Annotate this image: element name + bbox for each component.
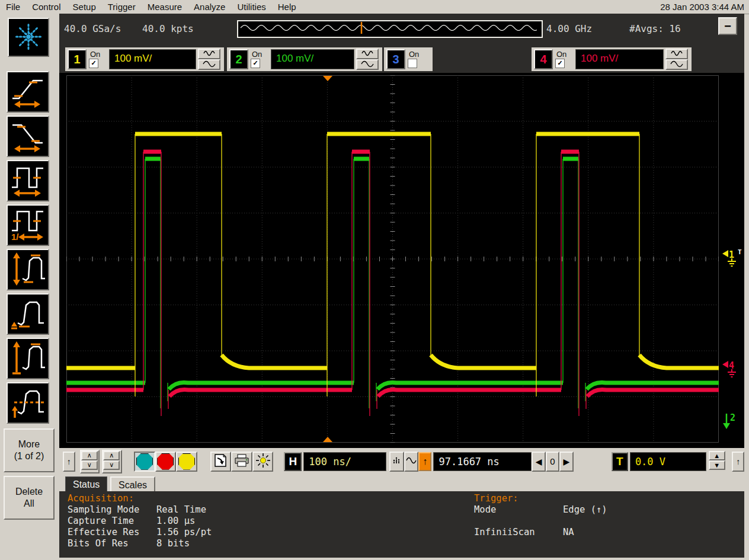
display-intensity-button[interactable]: [252, 452, 274, 472]
menu-utilities[interactable]: Utilities: [231, 1, 271, 13]
acquisition-preview-bar[interactable]: [237, 20, 543, 38]
pulse-width-icon: [9, 191, 46, 200]
channel-1-button[interactable]: 1: [68, 49, 87, 69]
main-area: 40.0 GSa/s 40.0 kpts 4.00 GHz #Avgs: 16 …: [59, 14, 744, 560]
interpolation-button[interactable]: [404, 452, 418, 472]
svg-text:1/: 1/: [11, 232, 19, 242]
meas-pulse-width-button[interactable]: [7, 160, 49, 201]
acquisition-title: Acquisition:: [68, 493, 212, 504]
spinner1-up-button[interactable]: ∧: [81, 451, 98, 460]
fine-adjust-spinner-1: ∧ ∨: [80, 450, 100, 473]
channel-4-scale-field[interactable]: 100 mV/: [575, 49, 664, 69]
channel-2-scale-up-button[interactable]: [356, 49, 379, 59]
horizontal-menu-button[interactable]: H: [284, 452, 302, 471]
more-measurements-button[interactable]: More(1 of 2): [4, 428, 55, 472]
meas-peak-to-peak-button[interactable]: [7, 249, 49, 290]
meas-v-average-button[interactable]: [7, 382, 49, 424]
menu-help[interactable]: Help: [272, 1, 302, 13]
channel-2-on-checkbox[interactable]: ✓: [251, 59, 260, 68]
level-up-button[interactable]: ▲: [709, 451, 725, 460]
trigger-slope-button[interactable]: ↑: [63, 452, 75, 472]
meas-rise-time-button[interactable]: [7, 71, 49, 113]
spinner2-down-button[interactable]: ∨: [103, 460, 120, 470]
tab-status[interactable]: Status: [65, 476, 107, 492]
peak-to-peak-icon: [9, 280, 46, 289]
menu-analyze[interactable]: Analyze: [188, 1, 231, 13]
meas-fall-time-button[interactable]: [7, 116, 49, 157]
v-amplitude-icon: [9, 369, 46, 377]
channel-4-ground-marker[interactable]: 4: [722, 359, 745, 380]
channel-2-offscreen-marker[interactable]: 2: [722, 412, 740, 433]
trigger-menu-button[interactable]: T: [612, 452, 628, 471]
channel-1-on-label: On: [89, 50, 100, 58]
minimize-button[interactable]: −: [718, 17, 737, 35]
position-zero-button[interactable]: 0: [546, 452, 559, 472]
menu-trigger[interactable]: Trigger: [102, 1, 142, 13]
starburst-logo-icon: [10, 47, 47, 56]
single-button[interactable]: [176, 452, 197, 472]
level-down-button[interactable]: ▼: [709, 460, 725, 470]
meas-frequency-button[interactable]: 1/: [7, 204, 49, 246]
acquisition-status: Acquisition: Sampling ModeReal Time Capt…: [68, 493, 212, 549]
clear-display-icon: [213, 453, 228, 469]
channel-1-scale-down-button[interactable]: [198, 59, 220, 70]
channel-1-scale-field[interactable]: 100 mV/: [109, 49, 196, 69]
spinner2-up-button[interactable]: ∧: [103, 451, 120, 460]
agilent-logo-button[interactable]: [8, 18, 49, 57]
channel-4-on-label: On: [555, 50, 566, 58]
channel-4-scale-up-button[interactable]: [665, 49, 688, 59]
stop-button[interactable]: [155, 452, 177, 472]
stop-icon: [157, 453, 174, 470]
sampling-points-button[interactable]: [389, 452, 404, 472]
sine-small-icon: [361, 50, 374, 59]
channel-controls-row: 1 On ✓ 100 mV/ 2 On ✓ 100 mV/: [59, 46, 744, 73]
position-right-button[interactable]: ▶: [559, 452, 573, 472]
run-button[interactable]: [134, 452, 155, 472]
waveform-display: 1 T 4 2: [59, 73, 744, 448]
info-tabs: Status Scales: [59, 475, 744, 491]
meas-v-min-button[interactable]: [7, 293, 49, 335]
channel-4-scale-down-button[interactable]: [665, 59, 688, 70]
channel-1-scale-up-button[interactable]: [198, 49, 220, 59]
trigger-status: Trigger: ModeEdge (↑) InfiniiScanNA: [474, 493, 607, 538]
averages: #Avgs: 16: [629, 23, 681, 34]
intensity-sun-icon: [255, 453, 271, 470]
sample-dots-icon: [392, 456, 401, 467]
timebase-scale-field[interactable]: 100 ns/: [303, 452, 386, 471]
channel-2-scale-field[interactable]: 100 mV/: [271, 49, 354, 69]
channel-3-on-checkbox[interactable]: [408, 59, 417, 68]
sine-icon: [405, 456, 417, 466]
horizontal-position-field[interactable]: 97.1667 ns: [433, 452, 532, 471]
channel-2-scale-down-button[interactable]: [356, 59, 379, 70]
channel-4-on-checkbox[interactable]: ✓: [555, 59, 565, 68]
v-average-icon: [9, 413, 46, 422]
menu-measure[interactable]: Measure: [142, 1, 188, 13]
meas-v-amplitude-button[interactable]: [7, 338, 49, 379]
trigger-edge-button[interactable]: ↑: [418, 452, 432, 471]
menu-setup[interactable]: Setup: [67, 1, 102, 13]
sample-rate: 40.0 GSa/s: [64, 23, 121, 34]
channel-1-ground-marker[interactable]: 1 T: [722, 248, 745, 270]
channel-2-button[interactable]: 2: [229, 49, 248, 69]
menu-control[interactable]: Control: [26, 1, 66, 13]
bandwidth: 4.00 GHz: [546, 23, 592, 34]
spinner1-down-button[interactable]: ∨: [81, 460, 98, 470]
trigger-level-field[interactable]: 0.0 V: [630, 452, 706, 471]
channel-4-button[interactable]: 4: [534, 49, 553, 69]
frequency-icon: 1/: [9, 235, 46, 244]
channel-4-block: 4 On ✓ 100 mV/: [532, 47, 692, 71]
tab-scales[interactable]: Scales: [110, 476, 155, 492]
menu-file[interactable]: File: [0, 1, 26, 13]
sine-large-icon: [202, 60, 216, 69]
v-min-icon: [9, 324, 46, 333]
svg-text:2: 2: [730, 412, 735, 423]
status-panel: Acquisition: Sampling ModeReal Time Capt…: [59, 491, 744, 558]
delete-all-button[interactable]: DeleteAll: [4, 476, 55, 520]
trigger-level-spinner: ▲ ▼: [709, 451, 726, 472]
trigger-slope-indicator-button[interactable]: ↑: [732, 452, 744, 472]
channel-1-on-checkbox[interactable]: ✓: [89, 59, 98, 68]
clear-display-button[interactable]: [210, 452, 232, 472]
channel-3-button[interactable]: 3: [386, 49, 405, 69]
position-left-button[interactable]: ◀: [532, 452, 545, 472]
print-button[interactable]: [231, 452, 252, 472]
